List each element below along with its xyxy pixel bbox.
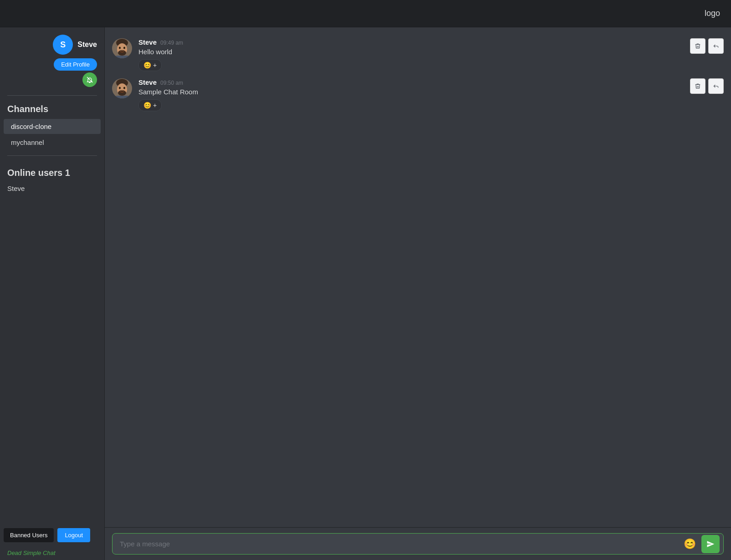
message-timestamp: 09:49 am	[160, 40, 183, 46]
send-icon	[706, 540, 715, 548]
svg-point-11	[118, 90, 126, 96]
send-button[interactable]	[701, 535, 720, 553]
svg-point-14	[122, 90, 123, 91]
divider-channels	[7, 95, 97, 96]
sidebar-channel-mychannel[interactable]: mychannel	[4, 135, 101, 150]
message-timestamp: 09:50 am	[160, 80, 183, 86]
message-header: Steve09:49 am	[138, 38, 724, 46]
message-input-wrapper: 😊	[112, 533, 724, 555]
svg-point-12	[119, 87, 121, 89]
reply-icon	[713, 43, 719, 49]
reply-message-button[interactable]	[708, 78, 724, 94]
emoji-picker-button[interactable]: 😊	[681, 536, 699, 552]
message-text: Hello world	[138, 48, 724, 56]
trash-icon	[695, 83, 701, 89]
main-layout: S Steve Edit Profile Channels discord-cl…	[0, 27, 731, 560]
message-row: Steve09:50 amSample Chat Room😊+	[105, 75, 731, 115]
message-actions	[690, 38, 724, 54]
reply-icon	[713, 83, 719, 89]
message-input-bar: 😊	[105, 527, 731, 560]
sidebar: S Steve Edit Profile Channels discord-cl…	[0, 27, 105, 560]
svg-point-6	[122, 50, 123, 51]
reply-message-button[interactable]	[708, 38, 724, 54]
delete-message-button[interactable]	[690, 78, 705, 94]
channel-list: discord-clonemychannel	[0, 118, 104, 151]
message-username: Steve	[138, 78, 157, 86]
online-user-list: Steve	[0, 182, 104, 195]
message-avatar	[112, 38, 132, 58]
sidebar-channel-discord-clone[interactable]: discord-clone	[4, 119, 101, 134]
svg-point-13	[123, 87, 125, 89]
channels-title: Channels	[0, 100, 104, 118]
svg-rect-7	[116, 56, 128, 58]
messages-container: Steve09:49 amHello world😊+ Steve09:50	[105, 27, 731, 527]
online-users-title: Online users 1	[0, 164, 104, 182]
message-avatar	[112, 78, 132, 98]
notification-button[interactable]	[82, 72, 97, 87]
profile-top: S Steve	[7, 35, 97, 55]
edit-profile-button[interactable]: Edit Profile	[54, 58, 97, 71]
logout-button[interactable]: Logout	[57, 528, 90, 542]
svg-point-5	[123, 47, 125, 49]
message-text: Sample Chat Room	[138, 88, 724, 96]
brand-label: Dead Simple Chat	[0, 548, 104, 560]
svg-rect-15	[116, 96, 128, 98]
app-logo: logo	[705, 9, 720, 18]
bell-slash-icon	[86, 76, 93, 83]
message-row: Steve09:49 amHello world😊+	[105, 35, 731, 75]
message-username: Steve	[138, 38, 157, 46]
emoji-react-button[interactable]: 😊+	[138, 99, 162, 111]
profile-username: Steve	[77, 41, 97, 49]
svg-point-3	[118, 50, 126, 56]
online-user-steve: Steve	[0, 182, 104, 195]
divider-online	[7, 155, 97, 156]
avatar-face-svg	[112, 78, 132, 98]
emoji-react-plus: +	[153, 102, 157, 109]
avatar: S	[53, 35, 73, 55]
svg-point-4	[119, 47, 121, 49]
emoji-react-button[interactable]: 😊+	[138, 59, 162, 71]
sidebar-bottom: Banned Users Logout	[0, 523, 104, 548]
message-content: Steve09:50 amSample Chat Room😊+	[138, 78, 724, 111]
delete-message-button[interactable]	[690, 38, 705, 54]
banned-users-button[interactable]: Banned Users	[4, 528, 54, 542]
emoji-react-icon: 😊	[143, 102, 151, 109]
message-input[interactable]	[116, 534, 681, 554]
sidebar-profile: S Steve Edit Profile	[0, 27, 104, 91]
emoji-react-icon: 😊	[143, 62, 151, 69]
trash-icon	[695, 43, 701, 49]
message-content: Steve09:49 amHello world😊+	[138, 38, 724, 71]
avatar-face-svg	[112, 38, 132, 58]
message-header: Steve09:50 am	[138, 78, 724, 86]
emoji-react-plus: +	[153, 62, 157, 69]
message-actions	[690, 78, 724, 94]
top-bar: logo	[0, 0, 731, 27]
chat-area: Steve09:49 amHello world😊+ Steve09:50	[105, 27, 731, 560]
